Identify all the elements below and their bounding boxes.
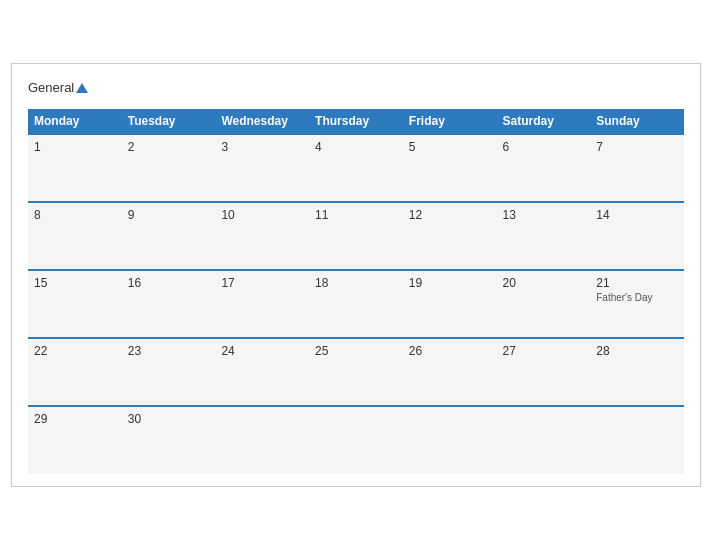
day-number: 10 (221, 208, 303, 222)
day-cell: 15 (28, 270, 122, 338)
day-cell: 29 (28, 406, 122, 474)
day-cell: 1 (28, 134, 122, 202)
weekday-header-thursday: Thursday (309, 109, 403, 134)
day-cell: 2 (122, 134, 216, 202)
day-number: 5 (409, 140, 491, 154)
day-cell: 9 (122, 202, 216, 270)
logo-general-label: General (28, 80, 74, 95)
day-cell: 30 (122, 406, 216, 474)
day-cell: 26 (403, 338, 497, 406)
day-cell: 28 (590, 338, 684, 406)
day-number: 4 (315, 140, 397, 154)
calendar-body: 123456789101112131415161718192021Father'… (28, 134, 684, 474)
day-number: 19 (409, 276, 491, 290)
day-number: 27 (503, 344, 585, 358)
day-cell: 25 (309, 338, 403, 406)
day-number: 21 (596, 276, 678, 290)
day-cell: 23 (122, 338, 216, 406)
week-row-1: 1234567 (28, 134, 684, 202)
day-number: 9 (128, 208, 210, 222)
day-number: 2 (128, 140, 210, 154)
day-cell: 7 (590, 134, 684, 202)
day-number: 15 (34, 276, 116, 290)
day-number: 25 (315, 344, 397, 358)
calendar-thead: MondayTuesdayWednesdayThursdayFridaySatu… (28, 109, 684, 134)
day-cell: 12 (403, 202, 497, 270)
day-number: 17 (221, 276, 303, 290)
week-row-4: 22232425262728 (28, 338, 684, 406)
weekday-header-monday: Monday (28, 109, 122, 134)
day-number: 23 (128, 344, 210, 358)
week-row-3: 15161718192021Father's Day (28, 270, 684, 338)
day-cell (497, 406, 591, 474)
day-cell: 3 (215, 134, 309, 202)
week-row-2: 891011121314 (28, 202, 684, 270)
weekday-header-saturday: Saturday (497, 109, 591, 134)
weekday-header-row: MondayTuesdayWednesdayThursdayFridaySatu… (28, 109, 684, 134)
day-cell (215, 406, 309, 474)
day-number: 8 (34, 208, 116, 222)
day-number: 1 (34, 140, 116, 154)
day-number: 16 (128, 276, 210, 290)
day-number: 28 (596, 344, 678, 358)
day-cell: 6 (497, 134, 591, 202)
day-number: 14 (596, 208, 678, 222)
day-number: 29 (34, 412, 116, 426)
day-cell: 19 (403, 270, 497, 338)
calendar-header: General (28, 80, 684, 95)
day-cell: 13 (497, 202, 591, 270)
day-event: Father's Day (596, 292, 652, 303)
weekday-header-friday: Friday (403, 109, 497, 134)
day-number: 20 (503, 276, 585, 290)
day-number: 13 (503, 208, 585, 222)
day-cell: 10 (215, 202, 309, 270)
logo-icon (76, 83, 88, 93)
day-number: 24 (221, 344, 303, 358)
day-number: 3 (221, 140, 303, 154)
day-cell: 4 (309, 134, 403, 202)
day-cell: 5 (403, 134, 497, 202)
day-cell: 11 (309, 202, 403, 270)
day-number: 11 (315, 208, 397, 222)
day-number: 18 (315, 276, 397, 290)
weekday-header-sunday: Sunday (590, 109, 684, 134)
day-cell: 20 (497, 270, 591, 338)
calendar-grid: MondayTuesdayWednesdayThursdayFridaySatu… (28, 109, 684, 474)
day-cell (309, 406, 403, 474)
week-row-5: 2930 (28, 406, 684, 474)
weekday-header-wednesday: Wednesday (215, 109, 309, 134)
day-cell: 22 (28, 338, 122, 406)
day-number: 7 (596, 140, 678, 154)
day-cell: 17 (215, 270, 309, 338)
day-number: 26 (409, 344, 491, 358)
day-number: 12 (409, 208, 491, 222)
calendar-wrapper: General MondayTuesdayWednesdayThursdayFr… (11, 63, 701, 487)
day-cell (403, 406, 497, 474)
day-cell: 24 (215, 338, 309, 406)
day-cell: 16 (122, 270, 216, 338)
day-cell: 18 (309, 270, 403, 338)
day-cell: 27 (497, 338, 591, 406)
day-cell (590, 406, 684, 474)
day-cell: 14 (590, 202, 684, 270)
day-number: 22 (34, 344, 116, 358)
day-cell: 8 (28, 202, 122, 270)
day-number: 6 (503, 140, 585, 154)
weekday-header-tuesday: Tuesday (122, 109, 216, 134)
day-cell: 21Father's Day (590, 270, 684, 338)
day-number: 30 (128, 412, 210, 426)
